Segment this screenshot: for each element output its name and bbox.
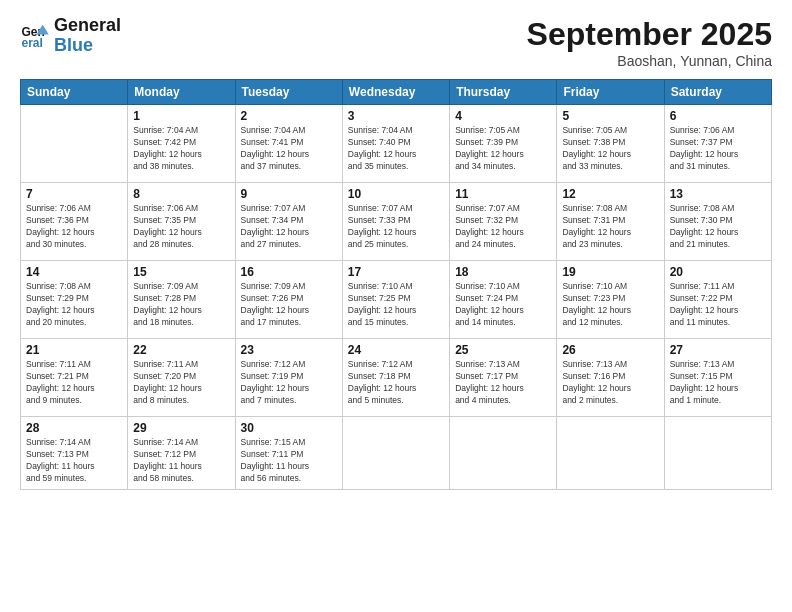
calendar-day-cell: 13Sunrise: 7:08 AMSunset: 7:30 PMDayligh…	[664, 183, 771, 261]
logo-text-line1: General	[54, 16, 121, 36]
day-number: 30	[241, 421, 337, 435]
day-number: 11	[455, 187, 551, 201]
calendar-day-cell: 21Sunrise: 7:11 AMSunset: 7:21 PMDayligh…	[21, 339, 128, 417]
day-number: 6	[670, 109, 766, 123]
day-number: 19	[562, 265, 658, 279]
day-number: 15	[133, 265, 229, 279]
title-block: September 2025 Baoshan, Yunnan, China	[527, 16, 772, 69]
calendar-day-cell: 7Sunrise: 7:06 AMSunset: 7:36 PMDaylight…	[21, 183, 128, 261]
day-number: 18	[455, 265, 551, 279]
day-info: Sunrise: 7:12 AMSunset: 7:18 PMDaylight:…	[348, 359, 444, 407]
day-info: Sunrise: 7:11 AMSunset: 7:22 PMDaylight:…	[670, 281, 766, 329]
calendar-day-cell: 15Sunrise: 7:09 AMSunset: 7:28 PMDayligh…	[128, 261, 235, 339]
day-number: 14	[26, 265, 122, 279]
day-number: 28	[26, 421, 122, 435]
day-info: Sunrise: 7:11 AMSunset: 7:20 PMDaylight:…	[133, 359, 229, 407]
calendar-week-row: 14Sunrise: 7:08 AMSunset: 7:29 PMDayligh…	[21, 261, 772, 339]
calendar-day-cell: 17Sunrise: 7:10 AMSunset: 7:25 PMDayligh…	[342, 261, 449, 339]
day-number: 29	[133, 421, 229, 435]
calendar-day-cell: 19Sunrise: 7:10 AMSunset: 7:23 PMDayligh…	[557, 261, 664, 339]
day-info: Sunrise: 7:08 AMSunset: 7:29 PMDaylight:…	[26, 281, 122, 329]
calendar-day-cell: 2Sunrise: 7:04 AMSunset: 7:41 PMDaylight…	[235, 105, 342, 183]
day-number: 13	[670, 187, 766, 201]
day-number: 16	[241, 265, 337, 279]
day-info: Sunrise: 7:10 AMSunset: 7:23 PMDaylight:…	[562, 281, 658, 329]
calendar-day-header: Monday	[128, 80, 235, 105]
day-number: 22	[133, 343, 229, 357]
calendar-week-row: 28Sunrise: 7:14 AMSunset: 7:13 PMDayligh…	[21, 417, 772, 490]
day-number: 24	[348, 343, 444, 357]
calendar-day-cell: 10Sunrise: 7:07 AMSunset: 7:33 PMDayligh…	[342, 183, 449, 261]
calendar-day-cell: 23Sunrise: 7:12 AMSunset: 7:19 PMDayligh…	[235, 339, 342, 417]
calendar-day-cell: 9Sunrise: 7:07 AMSunset: 7:34 PMDaylight…	[235, 183, 342, 261]
day-info: Sunrise: 7:04 AMSunset: 7:40 PMDaylight:…	[348, 125, 444, 173]
calendar-week-row: 1Sunrise: 7:04 AMSunset: 7:42 PMDaylight…	[21, 105, 772, 183]
calendar-day-cell: 26Sunrise: 7:13 AMSunset: 7:16 PMDayligh…	[557, 339, 664, 417]
calendar-day-cell: 20Sunrise: 7:11 AMSunset: 7:22 PMDayligh…	[664, 261, 771, 339]
day-number: 8	[133, 187, 229, 201]
day-number: 10	[348, 187, 444, 201]
calendar-table: SundayMondayTuesdayWednesdayThursdayFrid…	[20, 79, 772, 490]
calendar-day-cell: 5Sunrise: 7:05 AMSunset: 7:38 PMDaylight…	[557, 105, 664, 183]
calendar-day-cell	[342, 417, 449, 490]
calendar-day-cell: 29Sunrise: 7:14 AMSunset: 7:12 PMDayligh…	[128, 417, 235, 490]
day-number: 20	[670, 265, 766, 279]
calendar-day-cell	[664, 417, 771, 490]
calendar-week-row: 7Sunrise: 7:06 AMSunset: 7:36 PMDaylight…	[21, 183, 772, 261]
day-info: Sunrise: 7:06 AMSunset: 7:35 PMDaylight:…	[133, 203, 229, 251]
calendar-day-cell: 6Sunrise: 7:06 AMSunset: 7:37 PMDaylight…	[664, 105, 771, 183]
calendar-day-cell: 22Sunrise: 7:11 AMSunset: 7:20 PMDayligh…	[128, 339, 235, 417]
day-info: Sunrise: 7:05 AMSunset: 7:38 PMDaylight:…	[562, 125, 658, 173]
day-info: Sunrise: 7:06 AMSunset: 7:36 PMDaylight:…	[26, 203, 122, 251]
day-number: 12	[562, 187, 658, 201]
day-info: Sunrise: 7:13 AMSunset: 7:17 PMDaylight:…	[455, 359, 551, 407]
calendar-day-cell: 11Sunrise: 7:07 AMSunset: 7:32 PMDayligh…	[450, 183, 557, 261]
calendar-day-header: Thursday	[450, 80, 557, 105]
day-info: Sunrise: 7:10 AMSunset: 7:24 PMDaylight:…	[455, 281, 551, 329]
day-info: Sunrise: 7:10 AMSunset: 7:25 PMDaylight:…	[348, 281, 444, 329]
calendar-day-header: Sunday	[21, 80, 128, 105]
calendar-day-header: Tuesday	[235, 80, 342, 105]
day-info: Sunrise: 7:11 AMSunset: 7:21 PMDaylight:…	[26, 359, 122, 407]
calendar-day-header: Saturday	[664, 80, 771, 105]
header: Gen eral General Blue September 2025 Bao…	[20, 16, 772, 69]
day-number: 1	[133, 109, 229, 123]
logo-text-line2: Blue	[54, 36, 121, 56]
day-number: 23	[241, 343, 337, 357]
calendar-day-cell: 24Sunrise: 7:12 AMSunset: 7:18 PMDayligh…	[342, 339, 449, 417]
day-number: 17	[348, 265, 444, 279]
day-info: Sunrise: 7:09 AMSunset: 7:26 PMDaylight:…	[241, 281, 337, 329]
svg-text:eral: eral	[22, 36, 43, 50]
day-info: Sunrise: 7:15 AMSunset: 7:11 PMDaylight:…	[241, 437, 337, 485]
logo: Gen eral General Blue	[20, 16, 121, 56]
day-info: Sunrise: 7:14 AMSunset: 7:13 PMDaylight:…	[26, 437, 122, 485]
calendar-day-cell: 8Sunrise: 7:06 AMSunset: 7:35 PMDaylight…	[128, 183, 235, 261]
day-number: 7	[26, 187, 122, 201]
calendar-day-cell: 25Sunrise: 7:13 AMSunset: 7:17 PMDayligh…	[450, 339, 557, 417]
day-info: Sunrise: 7:07 AMSunset: 7:32 PMDaylight:…	[455, 203, 551, 251]
calendar-day-cell: 28Sunrise: 7:14 AMSunset: 7:13 PMDayligh…	[21, 417, 128, 490]
day-info: Sunrise: 7:07 AMSunset: 7:34 PMDaylight:…	[241, 203, 337, 251]
calendar-day-cell: 16Sunrise: 7:09 AMSunset: 7:26 PMDayligh…	[235, 261, 342, 339]
day-number: 2	[241, 109, 337, 123]
calendar-day-cell: 1Sunrise: 7:04 AMSunset: 7:42 PMDaylight…	[128, 105, 235, 183]
month-title: September 2025	[527, 16, 772, 53]
calendar-day-cell	[450, 417, 557, 490]
day-number: 27	[670, 343, 766, 357]
calendar-day-cell	[557, 417, 664, 490]
calendar-day-header: Wednesday	[342, 80, 449, 105]
day-number: 25	[455, 343, 551, 357]
day-number: 21	[26, 343, 122, 357]
day-info: Sunrise: 7:05 AMSunset: 7:39 PMDaylight:…	[455, 125, 551, 173]
day-number: 9	[241, 187, 337, 201]
calendar-day-cell: 18Sunrise: 7:10 AMSunset: 7:24 PMDayligh…	[450, 261, 557, 339]
calendar-week-row: 21Sunrise: 7:11 AMSunset: 7:21 PMDayligh…	[21, 339, 772, 417]
calendar-day-cell: 4Sunrise: 7:05 AMSunset: 7:39 PMDaylight…	[450, 105, 557, 183]
day-number: 26	[562, 343, 658, 357]
day-info: Sunrise: 7:04 AMSunset: 7:41 PMDaylight:…	[241, 125, 337, 173]
calendar-day-cell	[21, 105, 128, 183]
day-info: Sunrise: 7:14 AMSunset: 7:12 PMDaylight:…	[133, 437, 229, 485]
day-info: Sunrise: 7:07 AMSunset: 7:33 PMDaylight:…	[348, 203, 444, 251]
location-subtitle: Baoshan, Yunnan, China	[527, 53, 772, 69]
calendar-day-header: Friday	[557, 80, 664, 105]
